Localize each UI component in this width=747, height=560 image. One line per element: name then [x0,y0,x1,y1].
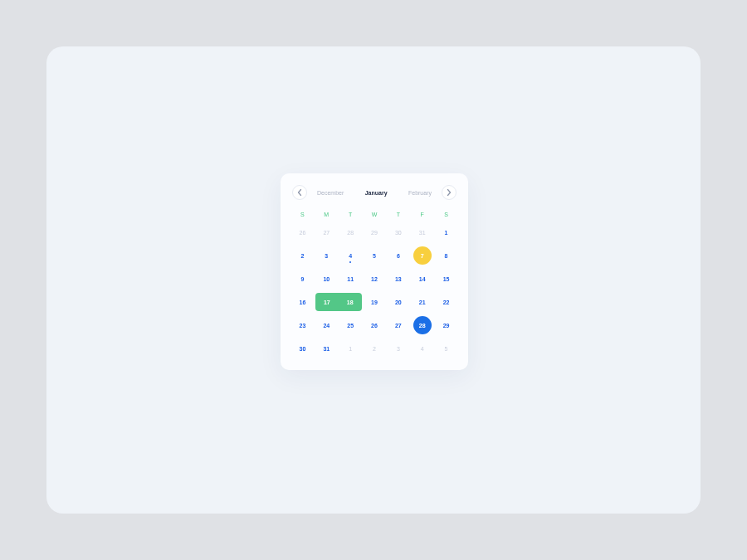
day-cell[interactable]: 28 [410,314,434,337]
weekday-label: S [434,207,458,221]
day-number: 15 [443,276,450,282]
day-number: 20 [395,299,402,305]
day-cell[interactable]: 31 [315,337,339,360]
day-number: 1 [445,230,448,236]
days-grid: 2627282930311234567891011121314151619202… [290,221,458,360]
day-number: 4 [421,346,424,352]
day-number: 11 [347,276,354,282]
day-cell[interactable]: 28 [339,221,363,244]
day-cell[interactable]: 1 [339,337,363,360]
day-cell[interactable]: 27 [386,314,410,337]
weekday-label: M [315,207,339,221]
day-cell[interactable]: 31 [410,221,434,244]
day-cell[interactable]: 2 [290,244,315,267]
day-number: 26 [371,323,378,329]
day-number: 30 [395,230,402,236]
day-number: 3 [325,253,328,259]
day-cell[interactable]: 3 [315,244,339,267]
day-cell[interactable]: 5 [434,337,458,360]
day-cell[interactable]: 12 [363,267,387,290]
day-number: 9 [300,276,304,282]
day-cell[interactable]: 22 [434,290,458,314]
day-cell[interactable]: 24 [315,314,339,337]
day-cell[interactable]: 6 [386,244,410,267]
chevron-left-icon [297,189,302,196]
day-number: 22 [443,299,450,305]
day-number: 21 [419,299,426,305]
day-number: 2 [373,346,376,352]
day-cell[interactable]: 21 [410,290,434,314]
day-cell[interactable]: 1 [434,221,458,244]
weekday-label: T [386,207,410,221]
next-month-label[interactable]: February [408,190,432,196]
day-number: 19 [371,299,378,305]
range-end-label: 18 [339,299,362,305]
month-selector: December January February [307,190,442,196]
day-cell[interactable]: 20 [386,290,410,314]
day-cell[interactable]: 27 [315,221,339,244]
calendar-widget: December January February SMTWTFS 262728… [281,173,468,370]
day-cell[interactable]: 7 [410,244,434,267]
highlight-yellow: 7 [413,246,432,265]
day-cell[interactable]: 29 [363,221,387,244]
event-dot-icon [349,261,351,263]
highlight-blue: 28 [413,316,432,334]
calendar-header: December January February [290,185,458,207]
day-number: 3 [397,346,400,352]
day-number: 27 [395,323,402,329]
day-cell[interactable]: 4 [410,337,434,360]
day-cell[interactable]: 8 [434,244,458,267]
day-number: 8 [445,253,448,259]
day-cell[interactable]: 10 [315,267,339,290]
day-number: 1 [349,346,352,352]
main-panel: December January February SMTWTFS 262728… [46,46,701,514]
day-number: 27 [323,230,330,236]
day-number: 25 [347,323,354,329]
day-number: 4 [349,253,352,259]
weekday-label: S [290,207,315,221]
day-number: 24 [323,323,330,329]
day-cell[interactable]: 26 [290,221,315,244]
day-cell[interactable]: 23 [290,314,315,337]
day-number: 16 [300,299,306,305]
day-number: 5 [373,253,376,259]
prev-month-label[interactable]: December [317,190,344,196]
day-number: 29 [443,323,450,329]
day-cell[interactable]: 11 [339,267,363,290]
day-number: 30 [300,346,306,352]
range-start-label: 17 [315,299,339,305]
day-cell[interactable]: 19 [363,290,387,314]
day-cell[interactable]: 3 [386,337,410,360]
day-number: 2 [300,253,304,259]
day-cell[interactable]: 2 [363,337,387,360]
day-number: 29 [371,230,378,236]
day-cell[interactable]: 4 [339,244,363,267]
day-cell[interactable]: 5 [363,244,387,267]
day-cell[interactable]: 25 [339,314,363,337]
day-cell[interactable]: 29 [434,314,458,337]
weekday-label: T [339,207,363,221]
day-number: 31 [419,230,426,236]
day-cell[interactable]: 26 [363,314,387,337]
day-cell[interactable]: 15 [434,267,458,290]
selected-range[interactable]: 1718 [315,293,362,311]
day-number: 31 [323,346,330,352]
day-cell[interactable]: 9 [290,267,315,290]
day-cell[interactable]: 14 [410,267,434,290]
weekday-label: F [410,207,434,221]
day-number: 6 [397,253,400,259]
prev-month-button[interactable] [292,185,307,200]
day-cell[interactable]: 13 [386,267,410,290]
day-number: 5 [445,346,448,352]
day-cell[interactable]: 16 [290,290,315,314]
weekday-row: SMTWTFS [290,207,458,221]
day-number: 14 [419,276,426,282]
day-number: 13 [395,276,402,282]
next-month-button[interactable] [442,185,456,200]
day-number: 28 [347,230,354,236]
current-month-label[interactable]: January [365,190,388,196]
day-number: 26 [300,230,306,236]
day-cell[interactable]: 30 [290,337,315,360]
day-cell[interactable]: 30 [386,221,410,244]
day-number: 23 [300,323,306,329]
